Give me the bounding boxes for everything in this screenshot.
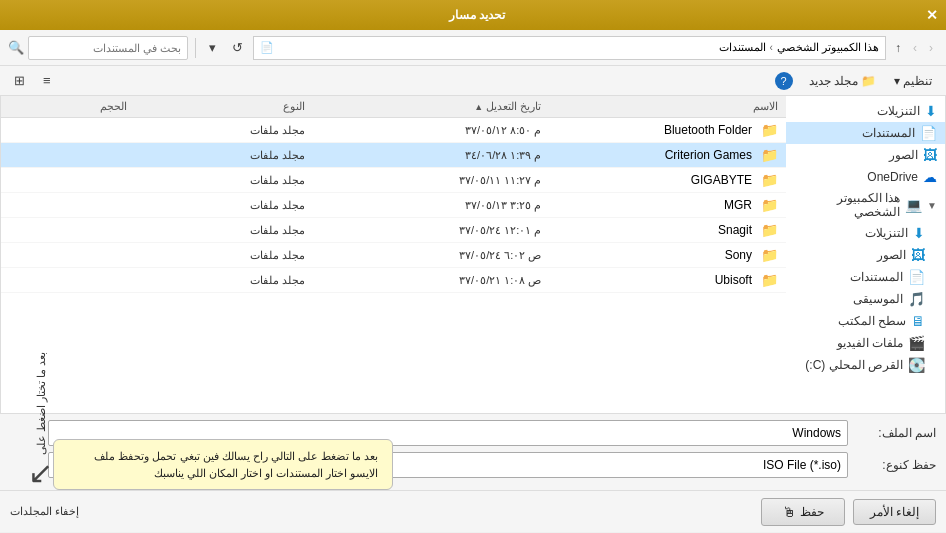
header-size[interactable]: الحجم	[9, 100, 127, 113]
sub-documents-icon: 📄	[908, 269, 925, 285]
sidebar-item-label: OneDrive	[867, 170, 918, 184]
sidebar-item-sub-pictures[interactable]: 🖼 الصور	[786, 244, 945, 266]
breadcrumb-sep1: ›	[770, 42, 773, 53]
sidebar-item-downloads[interactable]: ⬇ التنزيلات	[786, 100, 945, 122]
header-name[interactable]: الاسم	[541, 100, 778, 113]
filetype-select[interactable]: ISO File (*.iso) All Files (*.*)	[48, 452, 848, 478]
new-folder-icon: 📁	[861, 74, 876, 88]
main-toolbar: ‹ › ↑ هذا الكمبيوتر الشخصي › المستندات 📄…	[0, 30, 946, 66]
sidebar-item-music[interactable]: 🎵 الموسيقى	[786, 288, 945, 310]
search-input[interactable]	[28, 36, 188, 60]
file-name-4: 📁 Snagit	[541, 222, 778, 238]
title-bar-title: تحديد مسار	[449, 8, 505, 22]
buttons-row: إلغاء الأمر حفظ 🖱 إخفاء المجلدات	[0, 490, 946, 532]
organize-dropdown-icon: ▾	[894, 74, 900, 88]
sub-downloads-icon: ⬇	[913, 225, 925, 241]
secondary-toolbar: تنظيم ▾ 📁 مجلد جديد ? ≡ ⊞	[0, 66, 946, 96]
search-icon: 🔍	[8, 40, 24, 55]
file-name-2: 📁 GIGABYTE	[541, 172, 778, 188]
folder-icon: 📁	[761, 272, 778, 288]
sort-arrow-icon: ▲	[474, 102, 483, 112]
sidebar-item-label: الصور	[889, 148, 918, 162]
folder-icon: 📁	[761, 172, 778, 188]
table-row[interactable]: 📁 Criterion Games م ١:٣٩ ٣٤/٠٦/٢٨ مجلد م…	[1, 143, 786, 168]
file-date-1: م ١:٣٩ ٣٤/٠٦/٢٨	[305, 149, 542, 162]
sidebar-item-label: ملفات الفيديو	[837, 336, 903, 350]
breadcrumb-computer[interactable]: هذا الكمبيوتر الشخصي	[777, 41, 879, 54]
nav-back-button[interactable]: ‹	[924, 38, 938, 58]
folder-icon: 📁	[761, 247, 778, 263]
breadcrumb-page-icon: 📄	[260, 41, 274, 54]
close-button[interactable]: ✕	[926, 7, 938, 23]
folder-icon: 📁	[761, 222, 778, 238]
table-row[interactable]: 📁 Bluetooth Folder م ٨:٥٠ ٣٧/٠٥/١٢ مجلد …	[1, 118, 786, 143]
sidebar-item-sub-downloads[interactable]: ⬇ التنزيلات	[786, 222, 945, 244]
file-name-1: 📁 Criterion Games	[541, 147, 778, 163]
disk-icon: 💽	[908, 357, 925, 373]
desktop-icon: 🖥	[911, 313, 925, 329]
main-content: ⬇ التنزيلات 📄 المستندات 🖼 الصور ☁ OneDri…	[0, 96, 946, 413]
sidebar-item-documents[interactable]: 📄 المستندات	[786, 122, 945, 144]
sidebar-item-sub-documents[interactable]: 📄 المستندات	[786, 266, 945, 288]
file-area: الاسم تاريخ التعديل ▲ النوع الحجم 📁 Blue…	[0, 96, 786, 413]
header-type[interactable]: النوع	[127, 100, 304, 113]
table-row[interactable]: 📁 MGR م ٣:٢٥ ٣٧/٠٥/١٣ مجلد ملفات	[1, 193, 786, 218]
downloads-icon: ⬇	[925, 103, 937, 119]
save-label: حفظ	[800, 505, 824, 519]
sidebar-item-videos[interactable]: 🎬 ملفات الفيديو	[786, 332, 945, 354]
table-row[interactable]: 📁 Sony ص ٦:٠٢ ٣٧/٠٥/٢٤ مجلد ملفات	[1, 243, 786, 268]
file-type-2: مجلد ملفات	[127, 174, 304, 187]
breadcrumb-documents[interactable]: المستندات	[719, 41, 766, 54]
file-date-3: م ٣:٢٥ ٣٧/٠٥/١٣	[305, 199, 542, 212]
file-date-6: ص ١:٠٨ ٣٧/٠٥/٢١	[305, 274, 542, 287]
folder-icon: 📁	[761, 122, 778, 138]
filetype-dropdown-wrapper: ISO File (*.iso) All Files (*.*)	[48, 452, 848, 478]
sidebar-item-label: التنزيلات	[877, 104, 920, 118]
view-grid-button[interactable]: ⊞	[8, 69, 31, 92]
folder-icon: 📁	[761, 197, 778, 213]
sidebar-item-this-pc[interactable]: ▼ 💻 هذا الكمبيوتر الشخصي	[786, 188, 945, 222]
save-button[interactable]: حفظ 🖱	[761, 498, 845, 526]
sidebar-item-label: الصور	[877, 248, 906, 262]
file-date-0: م ٨:٥٠ ٣٧/٠٥/١٢	[305, 124, 542, 137]
filetype-label: حفظ كنوع:	[856, 458, 936, 472]
sidebar-item-label: هذا الكمبيوتر الشخصي	[794, 191, 900, 219]
music-icon: 🎵	[908, 291, 925, 307]
new-folder-button[interactable]: 📁 مجلد جديد	[803, 71, 882, 91]
file-name-3: 📁 MGR	[541, 197, 778, 213]
file-name-6: 📁 Ubisoft	[541, 272, 778, 288]
file-type-4: مجلد ملفات	[127, 224, 304, 237]
table-row[interactable]: 📁 Ubisoft ص ١:٠٨ ٣٧/٠٥/٢١ مجلد ملفات	[1, 268, 786, 293]
file-date-4: م ١٢:٠١ ٣٧/٠٥/٢٤	[305, 224, 542, 237]
this-pc-icon: 💻	[905, 197, 922, 213]
expand-icon: ▼	[927, 200, 937, 211]
view-list-button[interactable]: ≡	[37, 69, 57, 92]
file-list-header: الاسم تاريخ التعديل ▲ النوع الحجم	[1, 96, 786, 118]
filename-input[interactable]	[48, 420, 848, 446]
refresh-dropdown-button[interactable]: ▾	[203, 36, 222, 59]
table-row[interactable]: 📁 Snagit م ١٢:٠١ ٣٧/٠٥/٢٤ مجلد ملفات	[1, 218, 786, 243]
sidebar-item-label: المستندات	[850, 270, 903, 284]
nav-up-button[interactable]: ↑	[890, 38, 906, 58]
bottom-section: اسم الملف: حفظ كنوع: ISO File (*.iso) Al…	[0, 413, 946, 490]
table-row[interactable]: 📁 GIGABYTE م ١١:٢٧ ٣٧/٠٥/١١ مجلد ملفات	[1, 168, 786, 193]
cancel-button[interactable]: إلغاء الأمر	[853, 499, 936, 525]
documents-icon: 📄	[920, 125, 937, 141]
header-date[interactable]: تاريخ التعديل ▲	[305, 100, 542, 113]
breadcrumb-bar: هذا الكمبيوتر الشخصي › المستندات 📄	[253, 36, 886, 60]
sidebar-item-local-disk[interactable]: 💽 القرص المحلي (C:)	[786, 354, 945, 376]
filename-label: اسم الملف:	[856, 426, 936, 440]
refresh-button[interactable]: ↺	[226, 36, 249, 59]
sidebar-item-pictures[interactable]: 🖼 الصور	[786, 144, 945, 166]
file-type-3: مجلد ملفات	[127, 199, 304, 212]
onedrive-icon: ☁	[923, 169, 937, 185]
nav-forward-button[interactable]: ›	[908, 38, 922, 58]
sidebar-item-onedrive[interactable]: ☁ OneDrive	[786, 166, 945, 188]
title-bar: ✕ تحديد مسار	[0, 0, 946, 30]
filename-row: اسم الملف:	[10, 420, 936, 446]
folder-icon: 📁	[761, 147, 778, 163]
organize-button[interactable]: تنظيم ▾	[888, 71, 938, 91]
buttons-area: بعد ما تضغط على التالي راح يسالك فين تبغ…	[0, 490, 946, 532]
sidebar-item-desktop[interactable]: 🖥 سطح المكتب	[786, 310, 945, 332]
help-button[interactable]: ?	[775, 72, 793, 90]
